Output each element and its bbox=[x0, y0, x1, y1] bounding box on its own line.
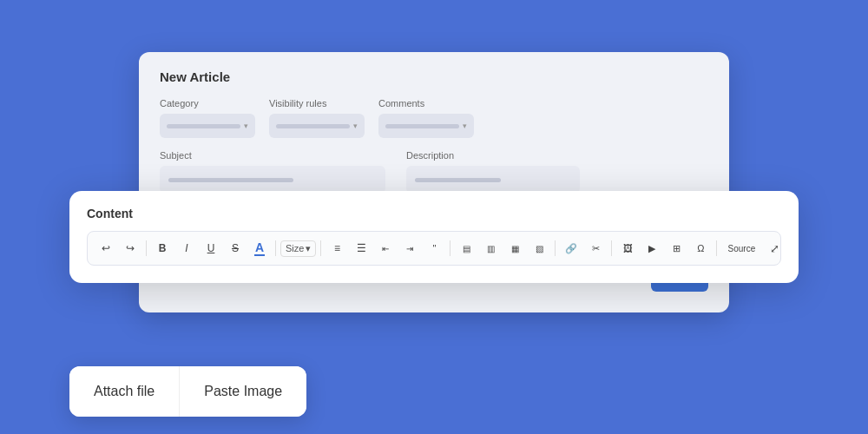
comments-arrow: ▾ bbox=[463, 122, 467, 130]
align-left-button[interactable]: ▤ bbox=[455, 237, 477, 260]
underline-button[interactable]: U bbox=[200, 237, 222, 260]
toolbar: ↩ ↪ B I U S A Size ▾ ≡ ☰ ⇤ ⇥ " ▤ ▥ ▦ ▧ 🔗… bbox=[87, 231, 781, 266]
ordered-list-button[interactable]: ≡ bbox=[326, 237, 348, 260]
source-button[interactable]: Source bbox=[721, 237, 761, 260]
description-label: Description bbox=[406, 150, 580, 161]
text-color-button[interactable]: A bbox=[248, 237, 271, 260]
strikethrough-button[interactable]: S bbox=[224, 237, 247, 260]
size-select[interactable]: Size ▾ bbox=[280, 240, 316, 257]
comments-group: Comments ▾ bbox=[378, 98, 474, 138]
content-panel-title: Content bbox=[87, 207, 781, 220]
visibility-arrow: ▾ bbox=[353, 122, 358, 130]
toolbar-divider-4 bbox=[450, 240, 450, 256]
special-chars-button[interactable]: Ω bbox=[689, 237, 712, 260]
unordered-list-button[interactable]: ☰ bbox=[350, 237, 372, 260]
subject-label: Subject bbox=[160, 150, 385, 161]
description-group: Description bbox=[406, 150, 580, 194]
toolbar-divider-3 bbox=[320, 240, 321, 256]
toolbar-divider-5 bbox=[555, 240, 556, 256]
category-group: Category ▾ bbox=[160, 98, 255, 138]
unlink-button[interactable]: ✂ bbox=[584, 237, 607, 260]
fullscreen-button[interactable]: ⤢ bbox=[763, 237, 781, 260]
form-row-top: Category ▾ Visibility rules ▾ Comments ▾ bbox=[160, 98, 708, 138]
blockquote-button[interactable]: " bbox=[423, 237, 445, 260]
toolbar-divider-7 bbox=[716, 240, 717, 256]
description-input[interactable] bbox=[406, 166, 580, 194]
subject-group: Subject bbox=[160, 150, 385, 194]
size-label: Size bbox=[286, 243, 304, 253]
attach-file-button[interactable]: Attach file bbox=[69, 366, 180, 417]
toolbar-divider-2 bbox=[275, 240, 276, 256]
subject-description-row: Subject Description bbox=[160, 150, 708, 194]
align-center-button[interactable]: ▥ bbox=[479, 237, 502, 260]
align-right-button[interactable]: ▦ bbox=[503, 237, 526, 260]
italic-button[interactable]: I bbox=[175, 237, 198, 260]
video-button[interactable]: ▶ bbox=[641, 237, 663, 260]
visibility-group: Visibility rules ▾ bbox=[269, 98, 365, 138]
justify-button[interactable]: ▧ bbox=[528, 237, 550, 260]
toolbar-divider-6 bbox=[611, 240, 612, 256]
redo-button[interactable]: ↪ bbox=[119, 237, 141, 260]
undo-button[interactable]: ↩ bbox=[95, 237, 117, 260]
visibility-label: Visibility rules bbox=[269, 98, 365, 108]
comments-label: Comments bbox=[378, 98, 474, 108]
category-select[interactable]: ▾ bbox=[160, 114, 255, 138]
text-color-icon: A bbox=[254, 240, 265, 256]
category-arrow: ▾ bbox=[244, 122, 248, 130]
content-panel: Content ↩ ↪ B I U S A Size ▾ ≡ ☰ ⇤ ⇥ " ▤… bbox=[69, 191, 799, 283]
link-button[interactable]: 🔗 bbox=[560, 237, 582, 260]
size-arrow: ▾ bbox=[306, 243, 311, 254]
paste-image-button[interactable]: Paste Image bbox=[180, 366, 306, 417]
indent-increase-button[interactable]: ⇥ bbox=[398, 237, 421, 260]
attach-paste-popup: Attach file Paste Image bbox=[69, 366, 306, 417]
comments-select[interactable]: ▾ bbox=[378, 114, 474, 138]
subject-input[interactable] bbox=[160, 166, 385, 194]
category-label: Category bbox=[160, 98, 255, 108]
toolbar-divider-1 bbox=[146, 240, 147, 256]
image-button[interactable]: 🖼 bbox=[616, 237, 639, 260]
table-button[interactable]: ⊞ bbox=[665, 237, 687, 260]
bold-button[interactable]: B bbox=[151, 237, 174, 260]
indent-decrease-button[interactable]: ⇤ bbox=[374, 237, 397, 260]
visibility-select[interactable]: ▾ bbox=[269, 114, 365, 138]
article-modal-title: New Article bbox=[160, 69, 708, 84]
